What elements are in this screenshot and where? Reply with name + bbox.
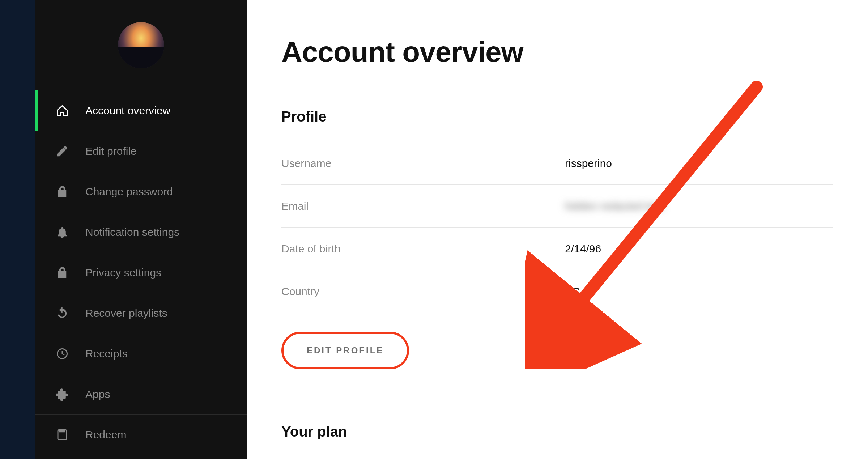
sidebar-item-label: Account overview (85, 105, 170, 117)
profile-value: 2/14/96 (565, 243, 833, 255)
plan-heading: Your plan (281, 424, 833, 440)
avatar[interactable] (118, 22, 164, 68)
sidebar-item-edit-profile[interactable]: Edit profile (35, 131, 247, 171)
card-icon (55, 428, 69, 442)
sidebar-item-label: Change password (85, 186, 173, 198)
profile-label: Date of birth (281, 243, 565, 255)
sidebar-item-label: Apps (85, 388, 110, 400)
main-content: Account overview Profile Username risspe… (247, 0, 868, 459)
profile-value: US (565, 285, 833, 298)
sidebar-item-label: Recover playlists (85, 307, 167, 319)
profile-heading: Profile (281, 109, 833, 125)
sidebar-item-privacy-settings[interactable]: Privacy settings (35, 252, 247, 293)
profile-table: Username rissperino Email hidden redacte… (281, 142, 833, 313)
sidebar-item-apps[interactable]: Apps (35, 374, 247, 415)
profile-label: Country (281, 285, 565, 298)
sidebar-item-label: Privacy settings (85, 267, 161, 279)
pencil-icon (55, 144, 69, 158)
profile-row-email: Email hidden redacted text (281, 185, 833, 228)
left-gutter (0, 0, 35, 459)
sidebar: Account overview Edit profile Change pas… (35, 0, 247, 459)
clock-icon (55, 347, 69, 361)
sidebar-nav: Account overview Edit profile Change pas… (35, 90, 247, 455)
lock-icon (55, 265, 69, 280)
sidebar-item-change-password[interactable]: Change password (35, 171, 247, 212)
sidebar-item-receipts[interactable]: Receipts (35, 333, 247, 374)
sidebar-item-account-overview[interactable]: Account overview (35, 90, 247, 131)
sidebar-item-label: Redeem (85, 429, 126, 441)
sidebar-item-notification-settings[interactable]: Notification settings (35, 212, 247, 252)
profile-value-redacted: hidden redacted text (565, 200, 833, 212)
avatar-container (35, 0, 247, 90)
annotation-highlight: EDIT PROFILE (281, 332, 409, 369)
puzzle-icon (55, 387, 69, 401)
profile-row-dob: Date of birth 2/14/96 (281, 228, 833, 270)
sidebar-item-label: Receipts (85, 348, 128, 360)
edit-profile-button[interactable]: EDIT PROFILE (286, 336, 405, 365)
profile-row-username: Username rissperino (281, 142, 833, 185)
profile-row-country: Country US (281, 270, 833, 313)
profile-value: rissperino (565, 157, 833, 170)
sidebar-item-redeem[interactable]: Redeem (35, 415, 247, 455)
sidebar-item-recover-playlists[interactable]: Recover playlists (35, 293, 247, 333)
sidebar-item-label: Notification settings (85, 226, 179, 238)
svg-rect-2 (60, 430, 65, 432)
bell-icon (55, 225, 69, 239)
home-icon (55, 103, 69, 118)
sidebar-item-label: Edit profile (85, 145, 137, 157)
lock-icon (55, 184, 69, 199)
profile-label: Email (281, 200, 565, 212)
page-title: Account overview (281, 35, 833, 69)
refresh-icon (55, 306, 69, 320)
profile-label: Username (281, 157, 565, 170)
